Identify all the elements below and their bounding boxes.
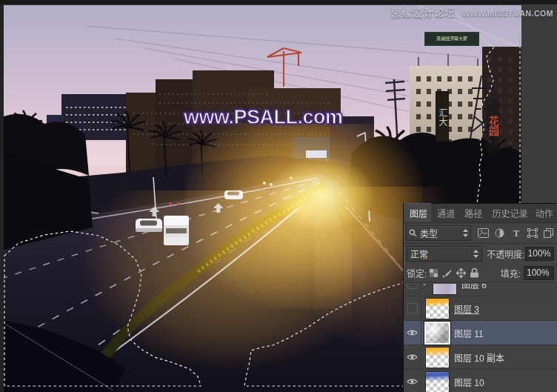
tab-paths[interactable]: 路径 <box>458 204 486 222</box>
layer-row[interactable]: 图层 10 <box>404 370 557 392</box>
layer-name: 图层 6 <box>461 283 487 290</box>
layer-row-selected[interactable]: 图层 11 <box>404 321 557 345</box>
blend-mode-value: 正常 <box>410 248 473 260</box>
filter-pixel-layers-icon[interactable] <box>477 227 490 239</box>
layers-panel: 图层 通道 路径 历史记录 动作 类型 <box>404 204 557 392</box>
lock-row: 锁定: 填充: 100% <box>404 264 557 283</box>
visibility-toggle[interactable] <box>404 321 421 345</box>
lock-position-move-icon[interactable] <box>456 268 466 278</box>
lock-pixels-brush-icon[interactable] <box>442 269 452 278</box>
filter-kind-dropdown[interactable]: 类型 <box>406 225 471 241</box>
fill-value[interactable]: 100% <box>524 266 554 280</box>
lock-transparency-icon[interactable] <box>430 269 438 277</box>
fill-label: 填充: <box>501 267 521 279</box>
filter-type-buttons: T <box>477 227 555 239</box>
layer-filter-row: 类型 T <box>404 223 557 244</box>
tab-layers[interactable]: 图层 <box>404 203 431 222</box>
layer-name: 图层 3 <box>454 302 479 315</box>
collapse-caret-icon[interactable]: ▼ <box>421 283 427 288</box>
filter-shape-layers-icon[interactable] <box>526 227 538 239</box>
lock-all-padlock-icon[interactable] <box>470 268 478 278</box>
tab-history[interactable]: 历史记录 <box>487 204 530 222</box>
updown-arrows-icon <box>463 229 468 237</box>
eye-icon <box>407 353 418 361</box>
layer-thumbnail[interactable] <box>424 322 450 345</box>
svg-text:T: T <box>513 228 519 238</box>
layer-name: 图层 10 <box>454 376 484 388</box>
panel-tabs: 图层 通道 路径 历史记录 动作 <box>404 204 557 223</box>
lock-buttons <box>430 268 478 278</box>
blend-mode-select[interactable]: 正常 <box>407 246 482 262</box>
site-name: 思缘设计论坛 <box>391 7 456 19</box>
layer-name: 图层 10 副本 <box>454 351 504 364</box>
filter-adjustment-layers-icon[interactable] <box>493 227 506 239</box>
eye-icon <box>407 329 418 336</box>
site-url: WWW.MISSYUAN.COM <box>462 9 553 18</box>
layer-thumbnail[interactable] <box>433 283 456 294</box>
tab-channels[interactable]: 通道 <box>431 204 458 222</box>
site-watermark: 思缘设计论坛 WWW.MISSYUAN.COM <box>391 4 553 19</box>
tab-actions[interactable]: 动作 <box>530 204 557 222</box>
search-icon <box>409 229 417 237</box>
blend-row: 正常 不透明度: 100% <box>404 244 557 264</box>
visibility-toggle[interactable] <box>404 370 421 392</box>
eye-icon <box>407 378 418 385</box>
photoshop-workspace: 真诚经济联大厦 汇大 花园 www.PSALL.com 思缘设计论坛 WWW.M… <box>0 0 557 392</box>
lock-label: 锁定: <box>407 267 427 279</box>
visibility-toggle[interactable] <box>404 283 421 296</box>
hidden-eye-box <box>407 303 418 313</box>
layer-row[interactable]: ▼ 图层 6 <box>404 283 557 296</box>
hidden-eye-box <box>407 283 418 289</box>
filter-type-layers-icon[interactable]: T <box>510 227 522 239</box>
visibility-toggle[interactable] <box>404 345 421 369</box>
layer-name: 图层 11 <box>454 327 484 339</box>
filter-kind-label: 类型 <box>420 227 460 239</box>
updown-arrows-icon <box>473 250 478 258</box>
visibility-toggle[interactable] <box>404 296 421 320</box>
opacity-value[interactable]: 100% <box>525 247 554 261</box>
filter-smart-objects-icon[interactable] <box>542 227 555 239</box>
layer-row[interactable]: 图层 3 <box>404 296 557 321</box>
layer-thumbnail[interactable] <box>426 372 449 392</box>
layers-list: ▼ 图层 6 图层 3 图层 11 <box>404 283 557 392</box>
layer-row[interactable]: 图层 10 副本 <box>404 345 557 370</box>
layer-thumbnail[interactable] <box>426 299 449 319</box>
opacity-label: 不透明度: <box>487 248 524 260</box>
layer-thumbnail[interactable] <box>426 348 449 368</box>
